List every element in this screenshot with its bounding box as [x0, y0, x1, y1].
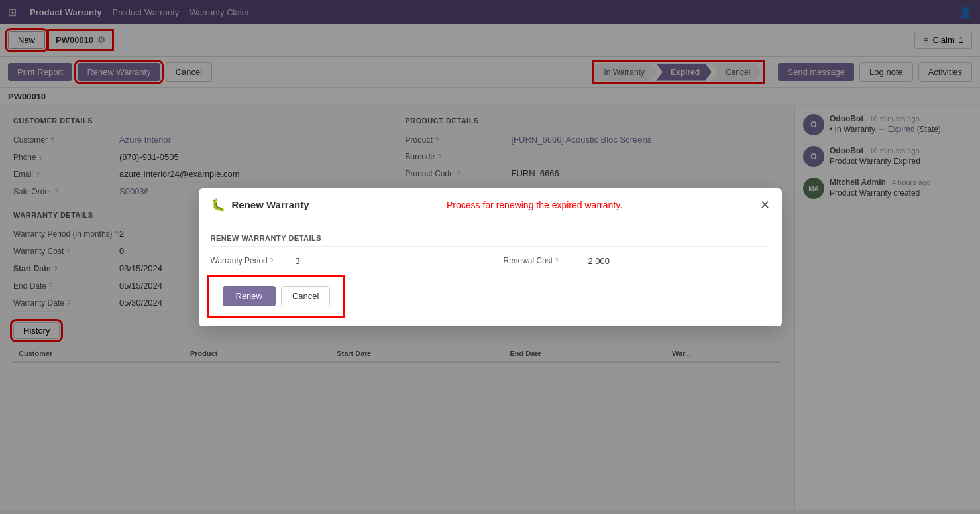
- modal-fields: Warranty Period ? 3 Renewal Cost ? 2,000: [211, 256, 770, 266]
- modal-close-button[interactable]: ✕: [760, 198, 770, 212]
- modal-title: Renew Warranty: [232, 199, 309, 210]
- renew-warranty-modal: 🐛 Renew Warranty Process for renewing th…: [199, 188, 782, 326]
- modal-renewal-cost-value: 2,000: [588, 256, 610, 266]
- modal-subtitle: Process for renewing the expired warrant…: [315, 200, 753, 210]
- modal-overlay: 🐛 Renew Warranty Process for renewing th…: [0, 0, 980, 510]
- modal-bug-icon: 🐛: [211, 198, 225, 212]
- modal-renewal-cost-label: Renewal Cost ?: [504, 256, 583, 265]
- modal-section-title: RENEW WARRANTY DETAILS: [211, 234, 770, 247]
- modal-warranty-period-field: Warranty Period ? 3: [211, 256, 477, 266]
- modal-cancel-button[interactable]: Cancel: [281, 286, 330, 306]
- modal-warranty-period-label: Warranty Period ?: [211, 256, 290, 265]
- modal-renewal-cost-help: ?: [555, 257, 559, 265]
- modal-renew-button[interactable]: Renew: [223, 286, 276, 306]
- modal-warranty-period-help: ?: [270, 257, 274, 265]
- modal-renewal-cost-field: Renewal Cost ? 2,000: [504, 256, 770, 266]
- modal-header: 🐛 Renew Warranty Process for renewing th…: [199, 188, 782, 222]
- modal-body: RENEW WARRANTY DETAILS Warranty Period ?…: [199, 222, 782, 278]
- modal-footer: Renew Cancel: [211, 278, 343, 314]
- modal-warranty-period-value: 3: [296, 256, 300, 266]
